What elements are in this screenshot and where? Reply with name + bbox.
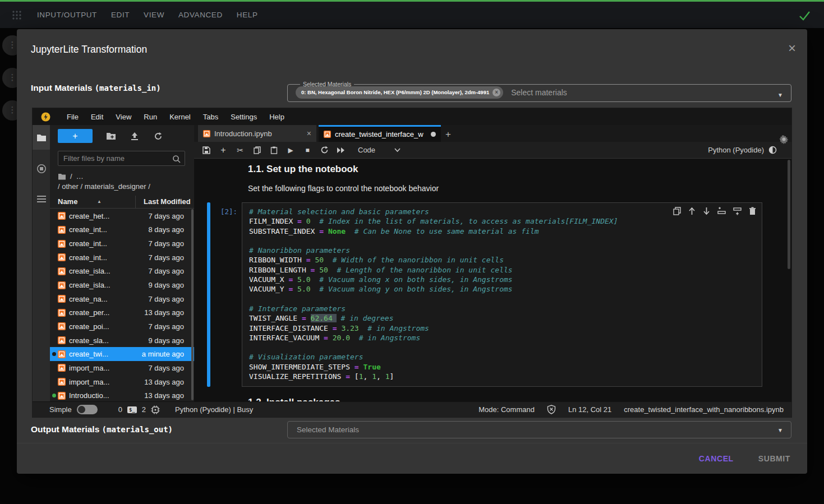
file-filter-box[interactable] <box>58 151 185 166</box>
jupyter-menu-item[interactable]: View <box>109 113 137 121</box>
code-line[interactable]: VACUUM_Y = 5.0 # Vacuum along y on both … <box>249 284 757 294</box>
code-line[interactable]: VISUALIZE_REPETITIONS = [1, 1, 1] <box>249 372 757 381</box>
file-row[interactable]: create_int... 7 days ago <box>50 237 194 251</box>
topbar-menu-item[interactable]: VIEW <box>144 11 164 19</box>
move-cell-up-icon[interactable] <box>688 206 696 216</box>
code-line[interactable] <box>249 343 757 352</box>
file-row[interactable]: import_ma... 7 days ago <box>50 361 194 375</box>
new-launcher-button[interactable]: + <box>58 129 93 143</box>
cancel-button[interactable]: CANCEL <box>699 454 734 463</box>
code-line[interactable] <box>249 294 757 304</box>
chip-remove-icon[interactable]: × <box>492 89 500 96</box>
gear-icon[interactable] <box>779 134 789 144</box>
code-line[interactable] <box>249 236 757 246</box>
copy-cells-icon[interactable] <box>252 146 261 154</box>
column-name[interactable]: Name <box>58 197 77 206</box>
breadcrumb[interactable]: / … <box>58 172 84 181</box>
jupyter-menu-item[interactable]: Tabs <box>197 113 224 121</box>
code-line[interactable]: VACUUM_X = 5.0 # Vacuum along x on both … <box>249 275 757 284</box>
file-row[interactable]: create_isla... 7 days ago <box>50 265 194 279</box>
code-cell[interactable]: [2]: # Material selection and basic para… <box>207 202 791 387</box>
breadcrumb-path[interactable]: / other / materials_designer / <box>58 182 150 191</box>
code-line[interactable]: RIBBON_WIDTH = 50 # Width of the nanorib… <box>249 255 757 265</box>
jupyter-menu-item[interactable]: Kernel <box>163 113 197 121</box>
file-filter-input[interactable] <box>58 154 172 163</box>
jupyter-menu-item[interactable]: Edit <box>85 113 109 121</box>
new-folder-icon[interactable] <box>106 131 116 140</box>
file-row[interactable]: create_int... 8 days ago <box>50 223 194 237</box>
table-of-contents-tab[interactable] <box>33 187 50 211</box>
breadcrumb-ellipsis[interactable]: … <box>76 172 84 181</box>
new-tab-button[interactable]: + <box>441 127 455 142</box>
file-row[interactable]: create_twi... a minute ago <box>50 347 194 361</box>
input-materials-select[interactable]: Selected Materials 0: BN, Hexagonal Boro… <box>287 81 791 102</box>
file-row[interactable]: create_int... 7 days ago <box>50 251 194 265</box>
jupyter-menu-item[interactable]: Settings <box>224 113 263 121</box>
restart-kernel-icon[interactable] <box>320 146 329 154</box>
file-row[interactable]: create_na... 7 days ago <box>50 292 194 306</box>
submit-button[interactable]: SUBMIT <box>758 454 790 463</box>
duplicate-cell-icon[interactable] <box>673 206 681 216</box>
file-row[interactable]: create_het... 7 days ago <box>50 209 194 223</box>
topbar-menu-item[interactable]: ADVANCED <box>178 11 223 19</box>
kernel-indicator[interactable]: Python (Pyodide) <box>708 146 777 154</box>
refresh-icon[interactable] <box>154 131 163 141</box>
code-line[interactable]: RIBBON_LENGTH = 50 # Length of the nanor… <box>249 265 757 275</box>
insert-cell-icon[interactable]: + <box>219 145 228 155</box>
chevron-down-icon[interactable]: ▼ <box>777 92 783 98</box>
paste-cells-icon[interactable] <box>269 146 278 154</box>
move-cell-down-icon[interactable] <box>703 206 710 216</box>
column-last-modified[interactable]: Last Modified <box>144 197 191 206</box>
file-row[interactable]: create_isla... 9 days ago <box>50 278 194 292</box>
code-line[interactable]: TWIST_ANGLE = 62.64 # in degrees <box>249 313 757 323</box>
topbar-menu-item[interactable]: HELP <box>237 11 258 19</box>
file-row[interactable]: create_poi... 7 days ago <box>50 320 194 334</box>
restart-run-all-icon[interactable] <box>337 147 346 154</box>
interrupt-kernel-icon[interactable]: ■ <box>303 146 312 154</box>
file-browser-tab[interactable] <box>33 125 50 150</box>
insert-cell-above-icon[interactable] <box>717 206 726 216</box>
trust-shield-icon[interactable] <box>547 405 556 414</box>
notebook-content[interactable]: 1.1. Set up the notebook Set the followi… <box>194 159 791 401</box>
terminals-count[interactable]: 0 <box>118 405 122 414</box>
code-line[interactable]: INTERFACE_DISTANCE = 3.23 # in Angstroms <box>249 323 757 333</box>
cell-type-dropdown[interactable]: Code <box>358 146 401 154</box>
output-materials-select[interactable]: Selected Materials ▼ <box>287 421 791 438</box>
simple-mode-toggle[interactable] <box>77 405 98 414</box>
notebook-scrollbar[interactable] <box>788 160 790 269</box>
code-line[interactable]: INTERFACE_VACUUM = 20.0 # in Angstroms <box>249 333 757 343</box>
cursor-position[interactable]: Ln 12, Col 21 <box>568 405 611 414</box>
file-row[interactable]: Introductio... 13 days ago <box>50 389 194 401</box>
close-icon[interactable]: × <box>788 41 796 55</box>
insert-cell-below-icon[interactable] <box>733 206 742 216</box>
tab-introduction[interactable]: Introduction.ipynb × <box>198 125 316 142</box>
tab-create-twisted-interface[interactable]: create_twisted_interface_w <box>319 125 441 142</box>
running-sessions-tab[interactable] <box>33 156 50 181</box>
material-chip[interactable]: 0: BN, Hexagonal Boron Nitride, HEX (P6/… <box>296 86 503 99</box>
jupyter-menu-item[interactable]: Run <box>137 113 163 121</box>
sort-ascending-icon[interactable]: ▲ <box>97 199 102 204</box>
chevron-down-icon[interactable]: ▼ <box>777 427 783 433</box>
delete-cell-icon[interactable] <box>749 206 756 216</box>
tab-close-icon[interactable]: × <box>307 129 311 138</box>
save-icon[interactable] <box>202 146 211 154</box>
file-row[interactable]: create_sla... 9 days ago <box>50 334 194 348</box>
code-line[interactable]: # Nanoribbon parameters <box>249 246 757 255</box>
code-line[interactable]: # Interface parameters <box>249 304 757 313</box>
drag-grid-icon[interactable] <box>11 10 22 21</box>
code-line[interactable]: FILM_INDEX = 0 # Index in the list of ma… <box>249 216 757 226</box>
code-line[interactable]: SUBSTRATE_INDEX = None # Can be None to … <box>249 226 757 236</box>
upload-icon[interactable] <box>130 131 139 141</box>
jupyter-menu-item[interactable]: File <box>61 113 85 121</box>
code-line[interactable]: SHOW_INTERMEDIATE_STEPS = True <box>249 362 757 372</box>
file-list-scrollbar[interactable] <box>191 209 194 400</box>
file-row[interactable]: import_ma... 13 days ago <box>50 375 194 389</box>
kernel-status[interactable]: Python (Pyodide) | Busy <box>175 405 253 414</box>
code-editor[interactable]: # Material selection and basic parameter… <box>242 202 762 387</box>
run-cell-icon[interactable]: ▶ <box>286 146 295 154</box>
topbar-menu-item[interactable]: EDIT <box>111 11 130 19</box>
topbar-menu-item[interactable]: INPUT/OUTPUT <box>37 11 97 19</box>
file-row[interactable]: create_per... 13 days ago <box>50 306 194 320</box>
cut-cells-icon[interactable]: ✂ <box>236 146 245 155</box>
command-mode-indicator[interactable]: Mode: Command <box>478 405 535 414</box>
